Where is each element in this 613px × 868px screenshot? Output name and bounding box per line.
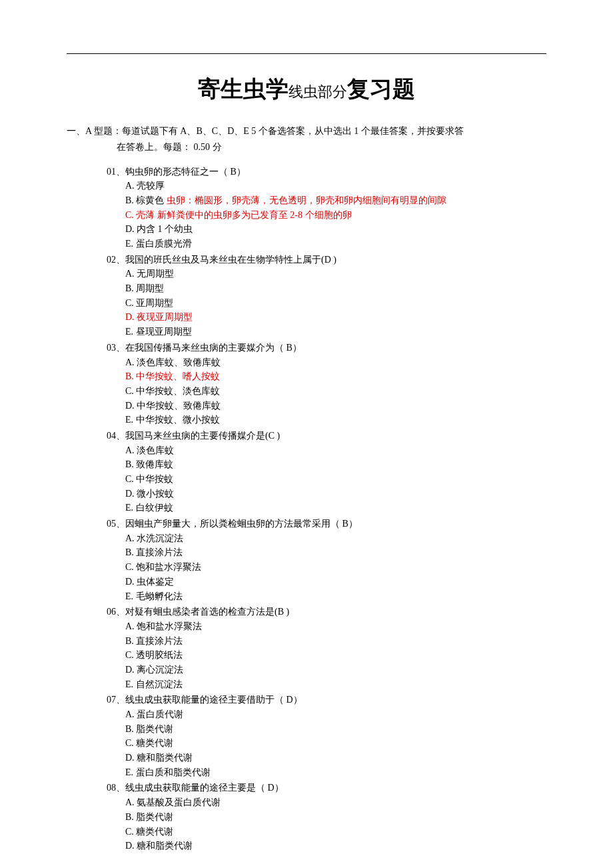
- question-stem: 05、因蛔虫产卵量大，所以粪检蛔虫卵的方法最常采用（ B）: [107, 517, 546, 531]
- option: E. 蛋白质膜光滑: [125, 237, 546, 251]
- option: B. 直接涂片法: [125, 545, 546, 560]
- section-a-intro: 一、A 型题：每道试题下有 A、B、C、D、E 5 个备选答案，从中选出 1 个…: [67, 123, 546, 155]
- option: A. 壳较厚: [125, 179, 546, 193]
- option: A. 无周期型: [125, 267, 546, 281]
- option: D. 糖和脂类代谢: [125, 839, 546, 853]
- option: A. 淡色库蚊、致倦库蚊: [125, 355, 546, 370]
- document-page: 寄生虫学线虫部分复习题 一、A 型题：每道试题下有 A、B、C、D、E 5 个备…: [0, 0, 613, 868]
- question-stem: 08、线虫成虫获取能量的途径主要是（ D）: [107, 781, 546, 795]
- option: C. 饱和盐水浮聚法: [125, 560, 546, 575]
- question-options: A. 蛋白质代谢B. 脂类代谢C. 糖类代谢D. 糖和脂类代谢E. 蛋白质和脂类…: [125, 707, 546, 779]
- option: C. 糖类代谢: [125, 825, 546, 839]
- option: E. 白纹伊蚊: [125, 501, 546, 515]
- top-horizontal-rule: [67, 53, 546, 54]
- title-part-3: 复习题: [347, 77, 415, 101]
- option: E. 毛蚴孵化法: [125, 589, 546, 604]
- section-label: 一、A 型题：: [67, 126, 122, 136]
- option: C. 亚周期型: [125, 296, 546, 311]
- option-annotation: 虫卵：椭圆形，卵壳薄，无色透明，卵壳和卵内细胞间有明显的间隙: [164, 195, 446, 205]
- option-annotation: 新鲜粪便中的虫卵多为已发育至 2-8 个细胞的卵: [155, 210, 351, 220]
- option: D. 虫体鉴定: [125, 575, 546, 589]
- option: D. 中华按蚊、致倦库蚊: [125, 399, 546, 413]
- option: C. 透明胶纸法: [125, 648, 546, 663]
- option: A. 蛋白质代谢: [125, 707, 546, 722]
- section-intro-line-1: 每道试题下有 A、B、C、D、E 5 个备选答案，从中选出 1 个最佳答案，并按…: [122, 126, 464, 136]
- option: E. 蛋白质和脂类代谢: [125, 765, 546, 780]
- option: E. 昼现亚周期型: [125, 325, 546, 339]
- option: B. 致倦库蚊: [125, 457, 546, 472]
- section-intro-line-2: 在答卷上。每题： 0.50 分: [67, 139, 546, 155]
- option: E. 中华按蚊、微小按蚊: [125, 413, 546, 427]
- title-part-1: 寄生虫学: [198, 77, 289, 101]
- option: D. 离心沉淀法: [125, 663, 546, 677]
- option: A. 氨基酸及蛋白质代谢: [125, 795, 546, 810]
- option-prefix: C. 壳薄: [125, 210, 155, 220]
- option: A. 水洗沉淀法: [125, 531, 546, 546]
- title-part-2: 线虫部分: [289, 83, 347, 100]
- option: D. 糖和脂类代谢: [125, 751, 546, 765]
- option: B. 直接涂片法: [125, 634, 546, 649]
- question-options: A. 无周期型B. 周期型C. 亚周期型D. 夜现亚周期型E. 昼现亚周期型: [125, 267, 546, 339]
- option: B. 棕黄色 虫卵：椭圆形，卵壳薄，无色透明，卵壳和卵内细胞间有明显的间隙: [125, 193, 546, 208]
- option: C. 中华按蚊、淡色库蚊: [125, 384, 546, 399]
- option: C. 糖类代谢: [125, 736, 546, 751]
- option: A. 饱和盐水浮聚法: [125, 619, 546, 634]
- question-options: A. 淡色库蚊B. 致倦库蚊C. 中华按蚊D. 微小按蚊E. 白纹伊蚊: [125, 443, 546, 515]
- question-options: A. 壳较厚B. 棕黄色 虫卵：椭圆形，卵壳薄，无色透明，卵壳和卵内细胞间有明显…: [125, 179, 546, 251]
- option-prefix: B. 棕黄色: [125, 195, 164, 205]
- option: B. 中华按蚊、嗜人按蚊: [125, 369, 546, 384]
- question-stem: 04、我国马来丝虫病的主要传播媒介是(C ): [107, 429, 546, 443]
- option: D. 内含 1 个幼虫: [125, 222, 546, 237]
- option: B. 周期型: [125, 281, 546, 296]
- questions-container: 01、钩虫卵的形态特征之一（ B）A. 壳较厚B. 棕黄色 虫卵：椭圆形，卵壳薄…: [107, 165, 546, 853]
- option: D. 夜现亚周期型: [125, 310, 546, 325]
- question-stem: 01、钩虫卵的形态特征之一（ B）: [107, 165, 546, 179]
- question-stem: 06、对疑有蛔虫感染者首选的检查方法是(B ): [107, 605, 546, 619]
- question-options: A. 氨基酸及蛋白质代谢B. 脂类代谢C. 糖类代谢D. 糖和脂类代谢: [125, 795, 546, 853]
- question-options: A. 淡色库蚊、致倦库蚊B. 中华按蚊、嗜人按蚊C. 中华按蚊、淡色库蚊D. 中…: [125, 355, 546, 427]
- document-title: 寄生虫学线虫部分复习题: [67, 74, 546, 105]
- option: B. 脂类代谢: [125, 722, 546, 737]
- option: E. 自然沉淀法: [125, 677, 546, 692]
- option: C. 壳薄 新鲜粪便中的虫卵多为已发育至 2-8 个细胞的卵: [125, 208, 546, 223]
- option: C. 中华按蚊: [125, 472, 546, 487]
- question-stem: 07、线虫成虫获取能量的途径主要借助于（ D）: [107, 693, 546, 707]
- option: B. 脂类代谢: [125, 810, 546, 825]
- question-stem: 02、我国的班氏丝虫及马来丝虫在生物学特性上属于(D ): [107, 253, 546, 267]
- question-stem: 03、在我国传播马来丝虫病的主要媒介为（ B）: [107, 341, 546, 355]
- question-options: A. 饱和盐水浮聚法B. 直接涂片法C. 透明胶纸法D. 离心沉淀法E. 自然沉…: [125, 619, 546, 691]
- option: A. 淡色库蚊: [125, 443, 546, 458]
- question-options: A. 水洗沉淀法B. 直接涂片法C. 饱和盐水浮聚法D. 虫体鉴定E. 毛蚴孵化…: [125, 531, 546, 603]
- option: D. 微小按蚊: [125, 487, 546, 501]
